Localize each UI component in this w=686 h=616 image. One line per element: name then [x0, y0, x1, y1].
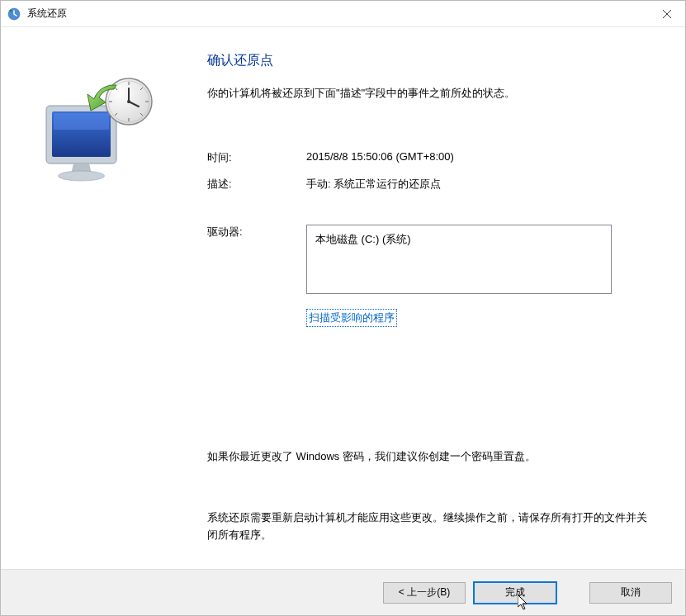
button-footer: < 上一步(B) 完成 取消	[1, 569, 685, 615]
system-restore-window: 系统还原	[0, 0, 686, 616]
drive-item: 本地磁盘 (C:) (系统)	[315, 232, 603, 247]
close-icon	[663, 10, 671, 18]
page-subtitle: 你的计算机将被还原到下面"描述"字段中的事件之前所处的状态。	[207, 86, 652, 101]
description-label: 描述:	[207, 177, 306, 192]
drives-label: 驱动器:	[207, 225, 306, 327]
scan-affected-programs-link[interactable]: 扫描受影响的程序	[306, 309, 397, 327]
dialog-body: 确认还原点 你的计算机将被还原到下面"描述"字段中的事件之前所处的状态。 时间:…	[1, 27, 685, 569]
app-icon	[7, 7, 21, 21]
page-heading: 确认还原点	[207, 52, 652, 69]
back-button[interactable]: < 上一步(B)	[383, 582, 466, 604]
svg-point-16	[127, 100, 130, 103]
system-restore-icon	[34, 69, 158, 192]
restart-note: 系统还原需要重新启动计算机才能应用这些更改。继续操作之前，请保存所有打开的文件并…	[207, 509, 652, 544]
close-button[interactable]	[648, 2, 685, 26]
description-value: 手动: 系统正常运行的还原点	[306, 177, 652, 192]
svg-rect-2	[54, 113, 109, 130]
time-label: 时间:	[207, 150, 306, 165]
description-field: 描述: 手动: 系统正常运行的还原点	[207, 177, 652, 192]
cancel-button[interactable]: 取消	[589, 582, 672, 604]
window-title: 系统还原	[27, 7, 67, 21]
content-panel: 确认还原点 你的计算机将被还原到下面"描述"字段中的事件之前所处的状态。 时间:…	[191, 27, 685, 569]
password-note: 如果你最近更改了 Windows 密码，我们建议你创建一个密码重置盘。	[207, 449, 652, 464]
finish-button-label: 完成	[505, 586, 525, 598]
drives-list: 本地磁盘 (C:) (系统)	[306, 225, 612, 294]
title-bar: 系统还原	[1, 1, 685, 27]
left-panel	[1, 27, 191, 569]
time-value: 2015/8/8 15:50:06 (GMT+8:00)	[306, 150, 652, 165]
time-field: 时间: 2015/8/8 15:50:06 (GMT+8:00)	[207, 150, 652, 165]
svg-point-3	[59, 171, 105, 181]
drives-field: 驱动器: 本地磁盘 (C:) (系统) 扫描受影响的程序	[207, 225, 652, 327]
finish-button[interactable]: 完成	[474, 582, 556, 604]
